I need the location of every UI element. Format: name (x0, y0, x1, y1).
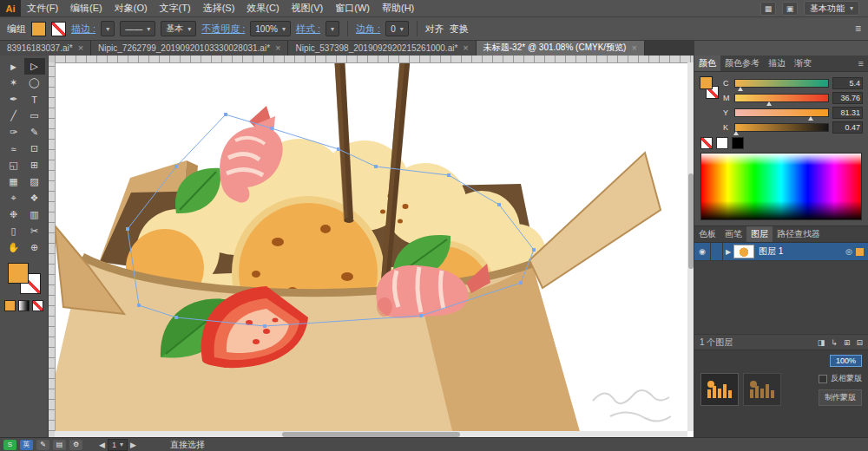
new-sublayer-icon[interactable]: ↳ (831, 338, 838, 347)
hand-tool[interactable]: ✋ (3, 239, 24, 256)
screen-mode-icon[interactable]: ▣ (782, 2, 798, 16)
tab-close-icon[interactable]: × (463, 43, 468, 53)
color-panel-tab[interactable]: 颜色 (694, 56, 720, 71)
lasso-tool[interactable]: ◯ (24, 75, 45, 91)
document-tab[interactable]: 未标题-32* @ 301.08% (CMYK/预览)× (477, 40, 645, 56)
color-spectrum[interactable] (700, 153, 862, 220)
workspace-switcher[interactable]: 基本功能 ▾ (804, 1, 859, 16)
stroke-weight-select[interactable]: ▾ (101, 21, 115, 36)
shape-builder-tool[interactable]: ◱ (3, 157, 24, 173)
settings-icon[interactable]: ⚙ (69, 440, 82, 450)
none-mode-button[interactable] (32, 300, 43, 311)
align-label[interactable]: 对齐 (425, 23, 444, 36)
value-field[interactable]: 0.47 (832, 121, 863, 134)
tab-close-icon[interactable]: × (78, 43, 83, 53)
style-select[interactable]: ▾ (326, 21, 339, 36)
expand-arrow-icon[interactable]: ▶ (723, 248, 733, 256)
stroke-link[interactable]: 描边 : (71, 23, 95, 36)
blend-tool[interactable]: ❖ (24, 190, 45, 206)
clipping-mask-icon[interactable]: ◨ (818, 338, 825, 347)
slider-thumb-icon[interactable] (733, 131, 739, 135)
panel-tab[interactable]: 图层 (746, 226, 773, 242)
zoom-tool[interactable]: ⊕ (24, 239, 45, 256)
layer-row[interactable]: ◉ ▶ 图层 1 ◎ (694, 243, 868, 261)
slider-K[interactable] (734, 123, 829, 132)
menu-item[interactable]: 文字(T) (154, 2, 197, 15)
symbol-sprayer-tool[interactable]: ❉ (3, 206, 24, 223)
selection-indicator[interactable] (856, 248, 864, 256)
line-segment-tool[interactable]: ╱ (3, 108, 24, 124)
color-panel-tab[interactable]: 渐变 (790, 56, 816, 71)
black-swatch[interactable] (732, 137, 744, 149)
free-transform-tool[interactable]: ⊡ (24, 141, 45, 157)
corner-select[interactable]: 0 ▾ (385, 21, 409, 36)
paintbrush-tool[interactable]: ✑ (3, 124, 24, 141)
slider-Y[interactable] (734, 108, 829, 117)
slider-M[interactable] (734, 94, 829, 102)
document-tab[interactable]: Nipic_7262799_20190920103330028031.ai*× (91, 40, 288, 56)
vertical-ruler[interactable] (48, 56, 56, 438)
panel-tab[interactable]: 色板 (694, 226, 720, 242)
value-field[interactable]: 81.31 (832, 107, 863, 119)
visibility-eye-icon[interactable]: ◉ (694, 243, 711, 260)
pen-input-icon[interactable]: ✎ (36, 440, 49, 450)
slider-thumb-icon[interactable] (738, 87, 743, 91)
menu-item[interactable]: 编辑(E) (64, 2, 108, 15)
none-swatch[interactable] (700, 137, 713, 149)
artwork-takeout-box[interactable] (48, 56, 694, 438)
variable-width-select[interactable]: ——▾ (120, 21, 155, 36)
pencil-tool[interactable]: ✎ (24, 124, 45, 141)
eyedropper-tool[interactable]: ⌖ (3, 190, 24, 206)
artboard-select[interactable]: 1 ▾ (108, 439, 128, 451)
target-circle-icon[interactable]: ◎ (842, 247, 856, 256)
document-tab[interactable]: 83916183037.ai*× (0, 40, 91, 56)
tab-close-icon[interactable]: × (275, 43, 280, 53)
delete-layer-icon[interactable]: ⊟ (856, 338, 863, 347)
width-tool[interactable]: ≈ (3, 141, 24, 157)
tab-close-icon[interactable]: × (631, 43, 636, 53)
value-field[interactable]: 36.76 (832, 92, 863, 104)
canvas[interactable] (48, 56, 694, 438)
fill-proxy-swatch[interactable] (700, 76, 713, 89)
menu-item[interactable]: 对象(O) (108, 2, 154, 15)
make-mask-button[interactable]: 制作蒙版 (819, 389, 862, 406)
menu-item[interactable]: 窗口(W) (329, 2, 376, 15)
magic-wand-tool[interactable]: ✶ (3, 75, 24, 91)
menu-item[interactable]: 效果(C) (240, 2, 285, 15)
corner-link[interactable]: 边角 : (356, 23, 380, 36)
sogou-icon[interactable]: S (3, 440, 16, 450)
object-thumbnail[interactable] (700, 373, 739, 406)
selection-tool[interactable]: ► (3, 58, 24, 75)
opacity-field[interactable]: 100% (830, 355, 862, 367)
artboard-tool[interactable]: ▯ (3, 223, 24, 239)
panel-tab[interactable]: 路径查找器 (773, 226, 825, 242)
invert-mask-checkbox[interactable]: 反相蒙版 (819, 373, 862, 384)
document-tab[interactable]: Nipic_537398_2019092920215261000.ai*× (288, 40, 476, 56)
menu-item[interactable]: 视图(V) (286, 2, 330, 15)
gradient-tool[interactable]: ▨ (24, 173, 45, 190)
layer-name[interactable]: 图层 1 (754, 245, 842, 258)
ruler-corner[interactable] (48, 56, 55, 62)
horizontal-ruler[interactable] (55, 56, 694, 63)
slider-thumb-icon[interactable] (808, 116, 813, 121)
layer-thumbnail[interactable] (733, 245, 754, 258)
gradient-mode-button[interactable] (18, 300, 30, 311)
lock-toggle[interactable] (711, 243, 723, 260)
prev-artboard-icon[interactable]: ◀ (99, 441, 105, 449)
arrange-documents-icon[interactable]: ▦ (760, 2, 776, 16)
transform-label[interactable]: 变换 (450, 23, 469, 36)
opacity-link[interactable]: 不透明度 : (201, 23, 245, 36)
ime-language-badge[interactable]: 英 (20, 440, 33, 450)
rectangle-tool[interactable]: ▭ (24, 108, 45, 124)
menu-item[interactable]: 帮助(H) (376, 2, 420, 15)
slider-thumb-icon[interactable] (766, 101, 772, 106)
mesh-tool[interactable]: ▦ (3, 173, 24, 190)
type-tool[interactable]: T (24, 91, 45, 108)
brush-definition-select[interactable]: 基本 ▾ (161, 21, 196, 36)
color-panel-tab[interactable]: 颜色参考 (720, 56, 764, 71)
column-graph-tool[interactable]: ▥ (24, 206, 45, 223)
next-artboard-icon[interactable]: ▶ (130, 441, 136, 449)
fill-proxy[interactable] (8, 263, 29, 284)
direct-selection-tool[interactable]: ▷ (24, 58, 45, 75)
white-swatch[interactable] (716, 137, 728, 149)
